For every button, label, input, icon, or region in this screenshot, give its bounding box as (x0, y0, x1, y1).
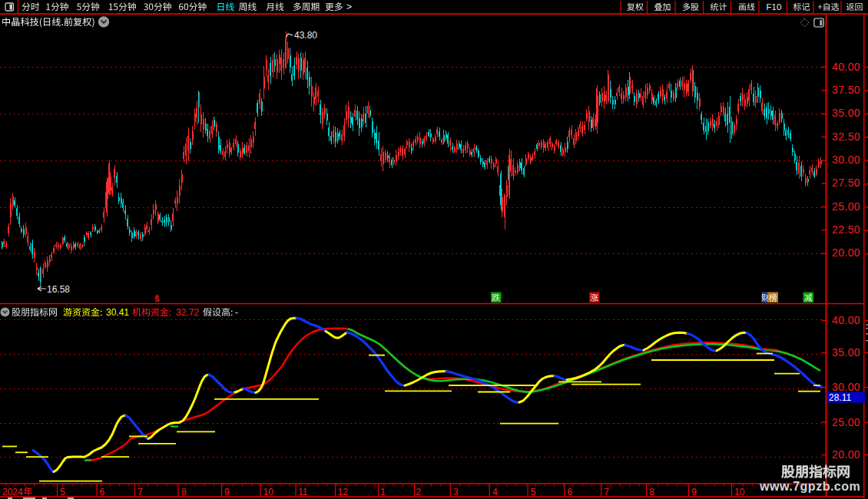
svg-text:25.00: 25.00 (832, 200, 860, 213)
svg-text:10: 10 (263, 487, 274, 497)
svg-text:30.41: 30.41 (106, 307, 129, 318)
svg-text:9: 9 (691, 487, 697, 497)
svg-text:30.00: 30.00 (832, 381, 860, 393)
svg-text:40.00: 40.00 (832, 61, 860, 73)
svg-text:28.11: 28.11 (829, 392, 851, 403)
svg-text:3: 3 (453, 487, 459, 497)
svg-text:40.00: 40.00 (832, 314, 860, 326)
svg-text:4: 4 (492, 487, 498, 497)
svg-text:5: 5 (60, 487, 65, 497)
svg-text:F10: F10 (767, 2, 782, 12)
svg-text:6: 6 (568, 487, 573, 497)
svg-text:7: 7 (137, 487, 143, 497)
svg-text:9: 9 (224, 487, 230, 497)
svg-text:37.50: 37.50 (832, 84, 860, 96)
svg-text:27.50: 27.50 (832, 177, 860, 189)
svg-text:32.50: 32.50 (832, 131, 860, 143)
svg-text:11: 11 (298, 487, 308, 497)
svg-text:43.80: 43.80 (294, 30, 317, 41)
svg-text:-: - (235, 307, 238, 318)
svg-text:2: 2 (416, 487, 422, 497)
svg-text:35.00: 35.00 (832, 107, 860, 119)
svg-text:35.00: 35.00 (832, 346, 860, 359)
svg-text:32.72: 32.72 (176, 307, 199, 318)
svg-text:5: 5 (531, 487, 536, 497)
svg-text:8: 8 (649, 487, 654, 497)
svg-text:10: 10 (734, 487, 745, 497)
svg-text:20.00: 20.00 (832, 246, 860, 259)
svg-text:16.58: 16.58 (47, 284, 70, 295)
svg-text:12: 12 (338, 487, 349, 497)
svg-text:2024: 2024 (2, 487, 23, 497)
svg-text:6: 6 (100, 487, 105, 497)
svg-text:ŝ: ŝ (154, 293, 160, 304)
svg-text:25.00: 25.00 (832, 416, 860, 428)
svg-text:8: 8 (181, 487, 187, 497)
svg-text:www.7gpzb.com: www.7gpzb.com (759, 480, 860, 493)
svg-text:1: 1 (380, 487, 386, 497)
svg-text:>: > (346, 2, 352, 12)
svg-text:20.00: 20.00 (832, 448, 860, 461)
svg-text:7: 7 (604, 487, 609, 497)
svg-text:22.50: 22.50 (832, 223, 860, 236)
svg-text:30.00: 30.00 (832, 154, 860, 166)
